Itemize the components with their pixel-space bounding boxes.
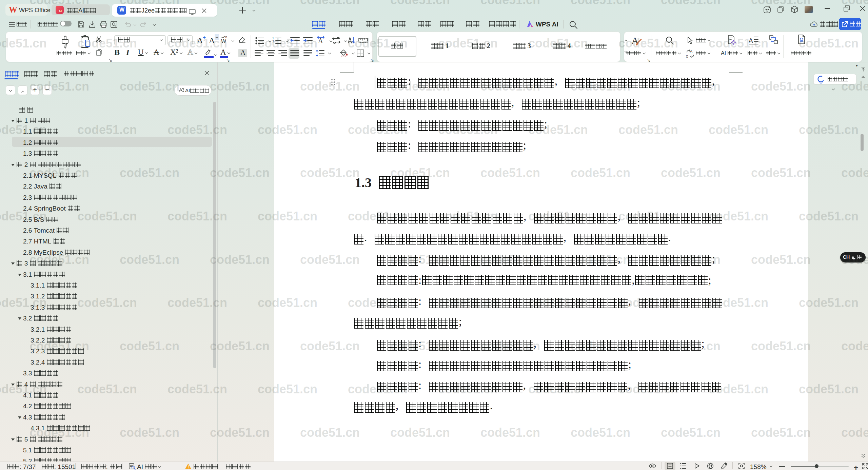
svg-text:A: A: [690, 49, 693, 54]
svg-text:A: A: [318, 37, 323, 44]
svg-text:x: x: [686, 54, 688, 58]
